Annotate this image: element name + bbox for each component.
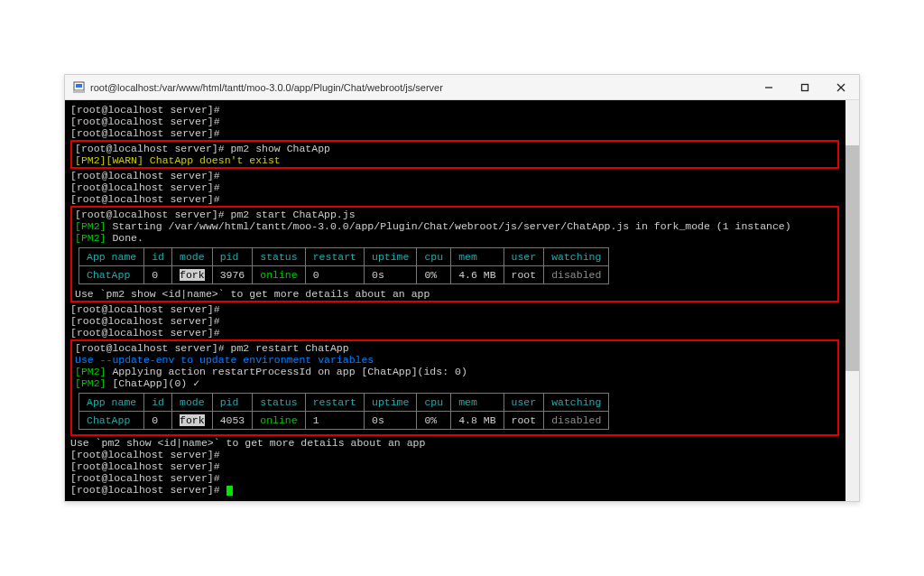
highlight-box-start: [root@localhost server]# pm2 start ChatA…	[70, 206, 839, 302]
cell-cpu: 0%	[417, 266, 451, 284]
col-uptime: uptime	[364, 394, 416, 412]
cell-app-name: ChatApp	[79, 266, 144, 284]
cell-id: 0	[144, 412, 172, 430]
col-status: status	[253, 248, 305, 266]
col-mode: mode	[172, 394, 213, 412]
pm2-tag: [PM2]	[75, 232, 106, 244]
scrollbar-track[interactable]	[845, 100, 859, 501]
cell-watching: disabled	[544, 266, 609, 284]
close-button[interactable]	[823, 75, 859, 100]
prompt-line: [root@localhost server]#	[70, 327, 854, 339]
command: pm2 show ChatApp	[231, 143, 330, 154]
putty-icon	[72, 81, 85, 94]
prompt-line: [root@localhost server]#	[70, 315, 854, 327]
cell-user: root	[504, 412, 544, 430]
cell-pid: 4053	[212, 412, 253, 430]
cell-mem: 4.8 MB	[451, 412, 504, 430]
highlight-box-show: [root@localhost server]# pm2 show ChatAp…	[70, 140, 839, 169]
prompt: [root@localhost server]#	[75, 209, 225, 220]
minimize-button[interactable]	[751, 75, 787, 100]
cell-uptime: 0s	[364, 412, 416, 430]
cell-pid: 3976	[212, 266, 253, 284]
pm2-warn-msg: ChatApp doesn't exist	[143, 154, 281, 166]
col-restart: restart	[305, 248, 364, 266]
col-cpu: cpu	[417, 394, 451, 412]
cell-mem: 4.6 MB	[451, 266, 504, 284]
pm2-hint: Use `pm2 show <id|name>` to get more det…	[70, 437, 854, 449]
prompt: [root@localhost server]#	[75, 342, 225, 354]
highlight-box-restart: [root@localhost server]# pm2 restart Cha…	[70, 339, 839, 436]
prompt-line: [root@localhost server]#	[70, 460, 854, 472]
pm2-warn-tag: [PM2][WARN]	[75, 154, 143, 166]
pm2-restarted: [ChatApp](0) ✓	[106, 377, 200, 389]
col-id: id	[144, 394, 172, 412]
col-status: status	[253, 394, 305, 412]
prompt-line: [root@localhost server]#	[70, 116, 854, 127]
command: pm2 start ChatApp.js	[231, 209, 356, 220]
col-watching: watching	[544, 248, 609, 266]
col-id: id	[144, 248, 172, 266]
col-uptime: uptime	[364, 248, 416, 266]
window-controls	[751, 75, 859, 100]
cursor	[226, 486, 233, 496]
cell-mode: fork	[172, 266, 213, 284]
cell-mode: fork	[172, 412, 213, 430]
cell-status: online	[253, 266, 305, 284]
pm2-hint: Use `pm2 show <id|name>` to get more det…	[75, 288, 835, 300]
cell-id: 0	[144, 266, 172, 284]
prompt: [root@localhost server]#	[75, 143, 225, 154]
table-header-row: App name id mode pid status restart upti…	[79, 248, 609, 266]
cell-watching: disabled	[544, 412, 609, 430]
window-title: root@localhost:/var/www/html/tantt/moo-3…	[90, 82, 751, 93]
col-mode: mode	[172, 248, 213, 266]
prompt-line: [root@localhost server]#	[70, 449, 854, 460]
col-watching: watching	[544, 394, 609, 412]
col-mem: mem	[451, 248, 504, 266]
col-pid: pid	[212, 394, 253, 412]
cell-user: root	[504, 266, 544, 284]
svg-rect-1	[76, 84, 82, 88]
prompt-line: [root@localhost server]#	[70, 303, 854, 315]
cell-uptime: 0s	[364, 266, 416, 284]
pm2-table-1: App name id mode pid status restart upti…	[79, 247, 609, 284]
col-app-name: App name	[79, 394, 144, 412]
terminal-area[interactable]: [root@localhost server]# [root@localhost…	[65, 100, 859, 501]
svg-rect-4	[802, 84, 808, 90]
table-header-row: App name id mode pid status restart upti…	[79, 394, 609, 412]
prompt-line: [root@localhost server]#	[70, 104, 854, 116]
pm2-starting: Starting /var/www/html/tantt/moo-3.0.0/a…	[106, 220, 791, 232]
col-pid: pid	[212, 248, 253, 266]
prompt-line: [root@localhost server]#	[70, 472, 854, 484]
col-app-name: App name	[79, 248, 144, 266]
col-cpu: cpu	[417, 248, 451, 266]
col-mem: mem	[451, 394, 504, 412]
pm2-update-env: Use --update-env to update environment v…	[75, 354, 374, 366]
col-user: user	[504, 248, 544, 266]
prompt-line: [root@localhost server]#	[70, 170, 854, 181]
pm2-table-2: App name id mode pid status restart upti…	[79, 393, 609, 430]
command: pm2 restart ChatApp	[231, 342, 349, 354]
table-row: ChatApp 0 fork 3976 online 0 0s 0% 4.6 M…	[79, 266, 609, 284]
terminal-window: root@localhost:/var/www/html/tantt/moo-3…	[64, 74, 860, 502]
cell-restart: 0	[305, 266, 364, 284]
prompt-line: [root@localhost server]#	[70, 181, 854, 193]
prompt-line-active: [root@localhost server]#	[70, 484, 854, 496]
svg-rect-2	[73, 90, 85, 93]
pm2-tag: [PM2]	[75, 377, 106, 389]
pm2-tag: [PM2]	[75, 220, 106, 232]
pm2-tag: [PM2]	[75, 366, 106, 377]
table-row: ChatApp 0 fork 4053 online 1 0s 0% 4.8 M…	[79, 412, 609, 430]
cell-app-name: ChatApp	[79, 412, 144, 430]
cell-status: online	[253, 412, 305, 430]
pm2-applying: Applying action restartProcessId on app …	[106, 366, 467, 377]
cell-restart: 1	[305, 412, 364, 430]
col-restart: restart	[305, 394, 364, 412]
prompt-line: [root@localhost server]#	[70, 193, 854, 205]
cell-cpu: 0%	[417, 412, 451, 430]
pm2-done: Done.	[106, 232, 143, 244]
maximize-button[interactable]	[787, 75, 823, 100]
col-user: user	[504, 394, 544, 412]
prompt-line: [root@localhost server]#	[70, 127, 854, 139]
scrollbar-thumb[interactable]	[845, 145, 859, 371]
titlebar[interactable]: root@localhost:/var/www/html/tantt/moo-3…	[65, 75, 859, 100]
